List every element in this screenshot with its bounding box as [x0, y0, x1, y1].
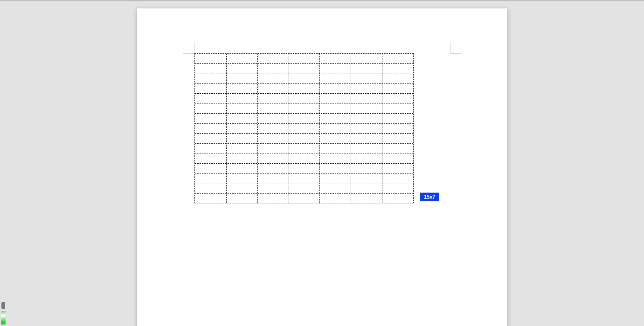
table-preview-vline	[351, 54, 351, 203]
table-preview-hline	[195, 143, 413, 144]
table-preview-vline	[226, 54, 227, 203]
table-preview-hline	[195, 74, 413, 74]
document-workspace: 15x7	[0, 0, 644, 326]
table-preview-hline	[195, 63, 413, 64]
table-preview-vline	[289, 54, 289, 203]
table-preview-hline	[195, 123, 413, 124]
table-size-tooltip: 15x7	[420, 193, 439, 201]
table-preview-hline	[195, 163, 413, 164]
table-preview-vline	[382, 54, 382, 203]
vertical-scrollbar[interactable]	[0, 302, 7, 326]
scrollbar-thumb[interactable]	[1, 302, 5, 309]
document-page[interactable]: 15x7	[137, 8, 507, 326]
table-preview-vline	[319, 54, 320, 203]
table-size-tooltip-label: 15x7	[424, 194, 435, 200]
table-preview-hline	[195, 93, 413, 94]
margin-corner-top-right	[450, 42, 461, 54]
table-preview-vline	[257, 54, 258, 203]
table-insert-preview[interactable]	[194, 53, 414, 203]
top-shadow	[0, 0, 644, 1]
table-preview-hline	[195, 83, 413, 84]
table-preview-hline	[195, 153, 413, 153]
table-preview-hline	[195, 133, 413, 134]
table-preview-hline	[195, 113, 413, 114]
margin-corner-top-left	[183, 42, 194, 54]
table-preview-hline	[195, 104, 413, 104]
table-preview-hline	[195, 183, 413, 183]
table-preview-hline	[195, 193, 413, 194]
scrollbar-indicator-icon	[1, 311, 6, 325]
table-preview-hline	[195, 173, 413, 173]
